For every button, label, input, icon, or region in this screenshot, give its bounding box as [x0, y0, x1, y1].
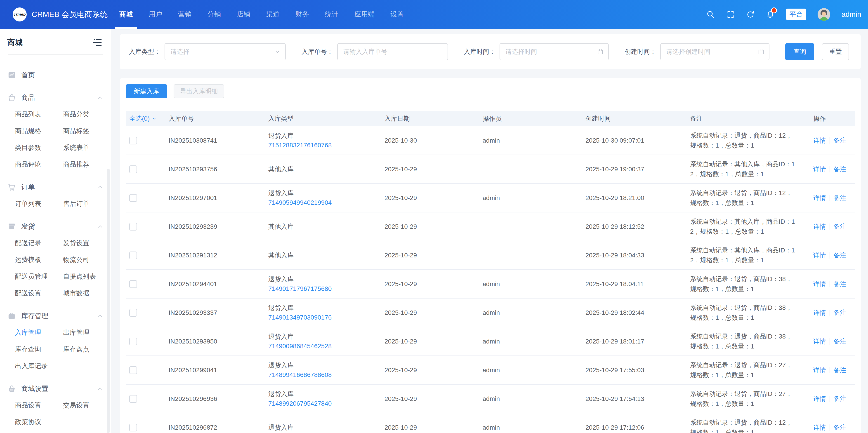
sidebar-subitem-政策协议[interactable]: 政策协议 — [7, 414, 55, 431]
sidebar-subitem-城市数据[interactable]: 城市数据 — [55, 285, 103, 302]
row-action-详情[interactable]: 详情 — [813, 308, 826, 317]
nav-tab-财务[interactable]: 财务 — [287, 0, 317, 29]
sidebar-subitem-商品列表[interactable]: 商品列表 — [7, 106, 55, 123]
search-icon[interactable] — [706, 10, 715, 19]
inbound-source-link[interactable]: 714899416686788608 — [268, 370, 384, 380]
sidebar-item-商城设置[interactable]: 商城设置 — [7, 380, 103, 397]
nav-tab-统计[interactable]: 统计 — [317, 0, 346, 29]
sidebar-subitem-售后订单[interactable]: 售后订单 — [55, 195, 103, 212]
row-checkbox[interactable] — [129, 424, 137, 431]
row-checkbox[interactable] — [129, 194, 137, 202]
sidebar-subitem-运费模板[interactable]: 运费模板 — [7, 251, 55, 268]
notification-bell[interactable] — [766, 10, 775, 19]
sidebar-subitem-库存盘点[interactable]: 库存盘点 — [55, 341, 103, 358]
row-action-备注[interactable]: 备注 — [834, 395, 846, 403]
row-action-备注[interactable]: 备注 — [834, 366, 846, 374]
sidebar-subitem-配送员管理[interactable]: 配送员管理 — [7, 268, 55, 285]
row-action-备注[interactable]: 备注 — [834, 308, 846, 317]
sidebar-subitem-出入库记录[interactable]: 出入库记录 — [7, 358, 55, 374]
row-checkbox[interactable] — [129, 137, 137, 145]
sidebar-subitem-物流公司[interactable]: 物流公司 — [55, 251, 103, 268]
row-checkbox[interactable] — [129, 223, 137, 230]
row-checkbox[interactable] — [129, 280, 137, 288]
row-checkbox[interactable] — [129, 251, 137, 259]
row-action-备注[interactable]: 备注 — [834, 251, 846, 260]
nav-tab-应用端[interactable]: 应用端 — [346, 0, 382, 29]
inbound-source-link[interactable]: 714901349703090176 — [268, 313, 384, 322]
sidebar-subitem-自提点列表[interactable]: 自提点列表 — [55, 268, 103, 285]
row-action-备注[interactable]: 备注 — [834, 194, 846, 202]
sidebar-subitem-商品标签[interactable]: 商品标签 — [55, 123, 103, 140]
sidebar-subitem-类目参数[interactable]: 类目参数 — [7, 140, 55, 156]
row-action-详情[interactable]: 详情 — [813, 194, 826, 202]
sidebar-item-发货[interactable]: 发货 — [7, 218, 103, 235]
fullscreen-icon[interactable] — [726, 10, 735, 19]
sidebar-subitem-系统表单[interactable]: 系统表单 — [55, 140, 103, 156]
row-action-详情[interactable]: 详情 — [813, 280, 826, 288]
row-action-详情[interactable]: 详情 — [813, 423, 826, 432]
row-action-详情[interactable]: 详情 — [813, 222, 826, 231]
row-action-详情[interactable]: 详情 — [813, 366, 826, 374]
row-checkbox[interactable] — [129, 366, 137, 374]
select-all-dropdown[interactable]: 全选(0) — [129, 114, 157, 123]
menu-fold-icon[interactable] — [93, 37, 103, 48]
nav-tab-商城[interactable]: 商城 — [111, 0, 141, 29]
sidebar-item-商品[interactable]: 商品 — [7, 89, 103, 106]
sidebar-subitem-商品规格[interactable]: 商品规格 — [7, 123, 55, 140]
platform-badge[interactable]: 平台 — [786, 8, 806, 20]
sidebar-subitem-交易设置[interactable]: 交易设置 — [55, 397, 103, 414]
nav-tab-分销[interactable]: 分销 — [199, 0, 229, 29]
sidebar-item-首页[interactable]: 首页 — [7, 67, 103, 83]
row-checkbox[interactable] — [129, 309, 137, 317]
sidebar-subitem-商品推荐[interactable]: 商品推荐 — [55, 156, 103, 173]
row-action-详情[interactable]: 详情 — [813, 136, 826, 145]
username[interactable]: admin — [842, 10, 861, 19]
reset-button[interactable]: 重置 — [822, 43, 849, 60]
sidebar-subitem-库存查询[interactable]: 库存查询 — [7, 341, 55, 358]
nav-tab-渠道[interactable]: 渠道 — [258, 0, 287, 29]
sidebar-subitem-配送设置[interactable]: 配送设置 — [7, 285, 55, 302]
row-checkbox[interactable] — [129, 165, 137, 173]
row-action-详情[interactable]: 详情 — [813, 395, 826, 403]
query-button[interactable]: 查询 — [785, 43, 814, 60]
export-inbound-button[interactable]: 导出入库明细 — [174, 84, 224, 98]
row-action-详情[interactable]: 详情 — [813, 251, 826, 260]
filter-date-input[interactable]: 请选择创建时间 — [660, 43, 770, 60]
inbound-source-link[interactable]: 714899206795427840 — [268, 399, 384, 408]
sidebar-scrollbar[interactable] — [107, 169, 110, 433]
row-action-备注[interactable]: 备注 — [834, 136, 846, 145]
inbound-source-link[interactable]: 714901717967175680 — [268, 284, 384, 293]
create-inbound-button[interactable]: 新建入库 — [126, 84, 167, 98]
sidebar-item-订单[interactable]: 订单 — [7, 179, 103, 195]
sidebar-subitem-入库管理[interactable]: 入库管理 — [7, 324, 55, 341]
row-action-备注[interactable]: 备注 — [834, 423, 846, 432]
row-action-详情[interactable]: 详情 — [813, 165, 826, 174]
row-action-备注[interactable]: 备注 — [834, 337, 846, 346]
row-action-详情[interactable]: 详情 — [813, 337, 826, 346]
sidebar-subitem-商品分类[interactable]: 商品分类 — [55, 106, 103, 123]
filter-text-input[interactable]: 请输入入库单号 — [337, 43, 448, 60]
filter-select[interactable]: 请选择 — [164, 43, 286, 60]
sidebar-subitem-商品评论[interactable]: 商品评论 — [7, 156, 55, 173]
row-action-备注[interactable]: 备注 — [834, 280, 846, 288]
filter-date-input[interactable]: 请选择时间 — [500, 43, 609, 60]
refresh-icon[interactable] — [746, 10, 755, 19]
nav-tab-用户[interactable]: 用户 — [141, 0, 170, 29]
nav-tab-营销[interactable]: 营销 — [170, 0, 199, 29]
sidebar-subitem-发货设置[interactable]: 发货设置 — [55, 235, 103, 251]
avatar[interactable] — [817, 8, 830, 21]
row-action-备注[interactable]: 备注 — [834, 222, 846, 231]
inbound-source-link[interactable]: 714905949940219904 — [268, 198, 384, 208]
sidebar-subitem-商品设置[interactable]: 商品设置 — [7, 397, 55, 414]
nav-tab-店铺[interactable]: 店铺 — [229, 0, 258, 29]
sidebar-subitem-订单列表[interactable]: 订单列表 — [7, 195, 55, 212]
sidebar-item-库存管理[interactable]: 库存管理 — [7, 308, 103, 324]
nav-tab-设置[interactable]: 设置 — [382, 0, 412, 29]
sidebar-subitem-配送记录[interactable]: 配送记录 — [7, 235, 55, 251]
inbound-source-link[interactable]: 715128832176160768 — [268, 141, 384, 150]
inbound-source-link[interactable]: 714900986845462528 — [268, 341, 384, 351]
row-checkbox[interactable] — [129, 395, 137, 403]
sidebar-subitem-出库管理[interactable]: 出库管理 — [55, 324, 103, 341]
row-checkbox[interactable] — [129, 338, 137, 345]
row-action-备注[interactable]: 备注 — [834, 165, 846, 174]
